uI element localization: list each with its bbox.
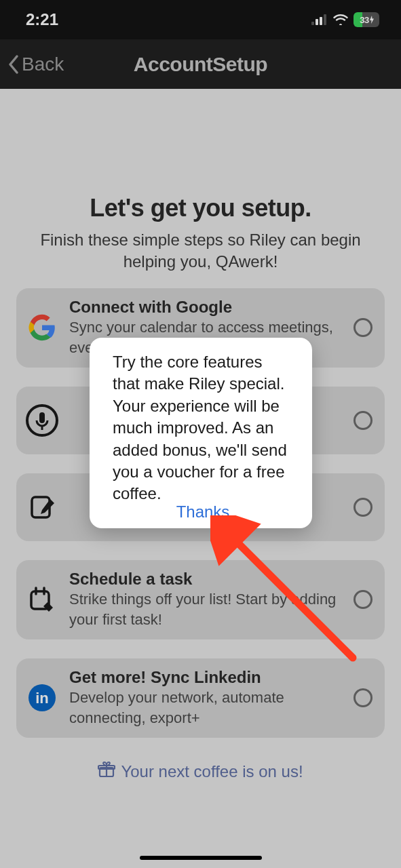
popup-text: Try the core features that make Riley sp… <box>113 351 293 505</box>
tooltip-popup: Try the core features that make Riley sp… <box>90 338 312 528</box>
popup-thanks-button[interactable]: Thanks <box>113 502 293 521</box>
home-indicator[interactable] <box>140 856 262 860</box>
